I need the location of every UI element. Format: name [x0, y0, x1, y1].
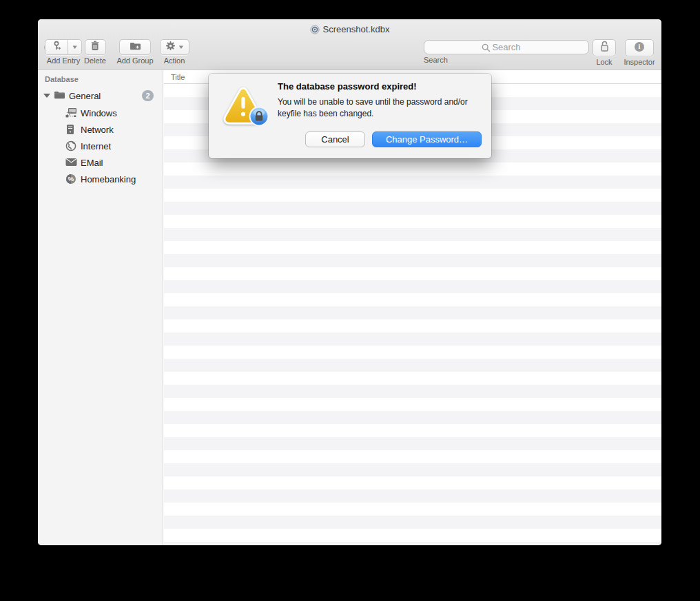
sidebar: Database General 2 Windows Network	[38, 70, 163, 545]
folder-plus-icon	[130, 41, 141, 54]
add-entry-button[interactable]: ▼	[45, 39, 82, 55]
action-group: ▼ Action	[155, 39, 194, 65]
search-group: Search	[424, 40, 589, 64]
action-label: Action	[155, 57, 194, 65]
add-group-group: Add Group	[114, 39, 156, 65]
sidebar-item-email[interactable]: EMail	[38, 154, 163, 171]
key-plus-icon	[45, 41, 68, 54]
sidebar-group-badge: 2	[142, 90, 154, 101]
sidebar-item-label: Homebanking	[81, 174, 136, 184]
svg-text:%: %	[68, 175, 74, 182]
server-icon	[65, 124, 75, 138]
search-label: Search	[424, 56, 589, 64]
trash-icon	[90, 41, 100, 54]
delete-label: Delete	[79, 57, 111, 65]
inspector-button[interactable]: i	[625, 39, 654, 56]
gear-icon	[165, 41, 176, 54]
unlock-icon	[599, 41, 610, 55]
screenshot-root: { "window": { "title": "Screenshot.kdbx"…	[0, 0, 700, 601]
lock-label: Lock	[586, 59, 622, 66]
delete-group: Delete	[79, 39, 111, 65]
password-expired-dialog: The database password expired! You will …	[209, 74, 491, 158]
info-icon: i	[634, 41, 645, 55]
sidebar-item-windows[interactable]: Windows	[38, 105, 163, 121]
warning-icon	[223, 85, 264, 127]
window-chrome: Screenshot.kdbx ▼ Add Entry Delete	[38, 19, 661, 70]
disclosure-triangle-icon[interactable]	[43, 94, 50, 98]
window-title-text: Screenshot.kdbx	[323, 24, 390, 34]
sidebar-header: Database	[45, 75, 79, 83]
inspector-label: Inspector	[620, 59, 659, 66]
sidebar-group-general[interactable]: General 2	[38, 88, 163, 103]
folder-icon	[54, 90, 65, 103]
document-icon	[310, 25, 320, 38]
sidebar-item-label: Internet	[81, 141, 111, 151]
cancel-button[interactable]: Cancel	[305, 131, 365, 147]
lock-group: Lock	[586, 39, 622, 66]
search-input[interactable]	[424, 40, 589, 54]
sidebar-item-label: Network	[81, 125, 114, 135]
sidebar-item-internet[interactable]: Internet	[38, 138, 163, 154]
chevron-down-icon: ▼	[177, 44, 184, 50]
add-entry-label: Add Entry	[45, 57, 82, 65]
svg-text:i: i	[639, 43, 641, 50]
action-button[interactable]: ▼	[160, 39, 189, 55]
dialog-body: You will be unable to save until the pas…	[278, 96, 486, 120]
sidebar-item-network[interactable]: Network	[38, 121, 163, 138]
sidebar-group-label: General	[69, 91, 101, 101]
sidebar-item-label: EMail	[81, 158, 103, 168]
app-lock-badge-icon	[249, 106, 269, 129]
envelope-icon	[65, 157, 77, 169]
window-title: Screenshot.kdbx	[38, 23, 661, 36]
change-password-button[interactable]: Change Password…	[372, 131, 482, 147]
inspector-group: i Inspector	[620, 39, 659, 66]
windows-network-icon	[65, 107, 77, 121]
lock-button[interactable]	[593, 39, 616, 56]
percent-coin-icon: %	[65, 173, 76, 187]
dialog-title: The database password expired!	[278, 81, 417, 92]
add-entry-group: ▼ Add Entry	[45, 39, 82, 65]
delete-button[interactable]	[85, 39, 106, 55]
add-group-label: Add Group	[114, 57, 156, 65]
sidebar-item-label: Windows	[81, 108, 117, 118]
globe-icon	[65, 140, 76, 154]
sidebar-item-homebanking[interactable]: % Homebanking	[38, 171, 163, 187]
add-group-button[interactable]	[119, 39, 151, 55]
